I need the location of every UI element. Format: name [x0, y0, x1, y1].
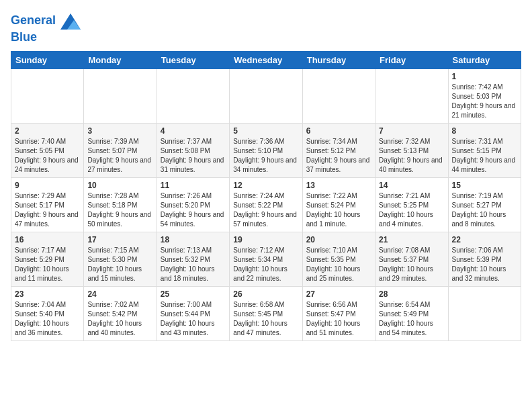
day-info: Sunrise: 7:32 AM Sunset: 5:13 PM Dayligh… [379, 137, 444, 175]
calendar-week-2: 2Sunrise: 7:40 AM Sunset: 5:05 PM Daylig… [11, 123, 521, 177]
day-number: 16 [15, 235, 80, 244]
calendar-body: 1Sunrise: 7:42 AM Sunset: 5:03 PM Daylig… [11, 68, 521, 340]
day-number: 19 [233, 235, 298, 244]
calendar-cell: 22Sunrise: 7:06 AM Sunset: 5:39 PM Dayli… [448, 232, 521, 286]
day-info: Sunrise: 7:02 AM Sunset: 5:42 PM Dayligh… [87, 300, 152, 338]
calendar-cell: 17Sunrise: 7:15 AM Sunset: 5:30 PM Dayli… [84, 232, 157, 286]
calendar-cell: 26Sunrise: 6:58 AM Sunset: 5:45 PM Dayli… [230, 286, 302, 340]
calendar-cell: 18Sunrise: 7:13 AM Sunset: 5:32 PM Dayli… [157, 232, 229, 286]
day-number: 4 [161, 126, 226, 136]
page-header: General Blue [11, 11, 521, 44]
day-number: 22 [452, 235, 517, 244]
calendar-cell: 20Sunrise: 7:10 AM Sunset: 5:35 PM Dayli… [302, 232, 375, 286]
calendar-cell [84, 68, 157, 123]
calendar-cell: 16Sunrise: 7:17 AM Sunset: 5:29 PM Dayli… [11, 232, 84, 286]
calendar-week-4: 16Sunrise: 7:17 AM Sunset: 5:29 PM Dayli… [11, 232, 521, 286]
calendar-table: SundayMondayTuesdayWednesdayThursdayFrid… [11, 51, 521, 341]
day-number: 12 [233, 181, 298, 190]
calendar-week-3: 9Sunrise: 7:29 AM Sunset: 5:17 PM Daylig… [11, 177, 521, 232]
day-number: 3 [87, 126, 152, 136]
day-info: Sunrise: 7:15 AM Sunset: 5:30 PM Dayligh… [87, 246, 152, 283]
day-number: 6 [306, 126, 371, 136]
day-info: Sunrise: 7:00 AM Sunset: 5:44 PM Dayligh… [161, 300, 226, 338]
day-number: 18 [161, 235, 226, 244]
calendar-cell [302, 68, 375, 123]
calendar-cell: 6Sunrise: 7:34 AM Sunset: 5:12 PM Daylig… [302, 123, 375, 177]
calendar-cell: 27Sunrise: 6:56 AM Sunset: 5:47 PM Dayli… [302, 286, 375, 340]
day-number: 7 [379, 126, 444, 136]
calendar-cell [230, 68, 302, 123]
day-number: 23 [15, 289, 80, 299]
calendar-cell: 4Sunrise: 7:37 AM Sunset: 5:08 PM Daylig… [157, 123, 229, 177]
day-info: Sunrise: 7:12 AM Sunset: 5:34 PM Dayligh… [233, 246, 298, 283]
day-info: Sunrise: 6:56 AM Sunset: 5:47 PM Dayligh… [306, 300, 371, 338]
weekday-header-wednesday: Wednesday [230, 51, 302, 68]
day-number: 9 [15, 181, 80, 190]
day-info: Sunrise: 7:17 AM Sunset: 5:29 PM Dayligh… [15, 246, 80, 283]
calendar-cell: 2Sunrise: 7:40 AM Sunset: 5:05 PM Daylig… [11, 123, 84, 177]
calendar-cell [448, 286, 521, 340]
calendar-cell: 23Sunrise: 7:04 AM Sunset: 5:40 PM Dayli… [11, 286, 84, 340]
weekday-header-friday: Friday [375, 51, 448, 68]
day-info: Sunrise: 7:19 AM Sunset: 5:27 PM Dayligh… [452, 191, 517, 229]
day-info: Sunrise: 7:39 AM Sunset: 5:07 PM Dayligh… [87, 137, 152, 175]
calendar-week-5: 23Sunrise: 7:04 AM Sunset: 5:40 PM Dayli… [11, 286, 521, 340]
calendar-cell [11, 68, 84, 123]
day-info: Sunrise: 6:58 AM Sunset: 5:45 PM Dayligh… [233, 300, 298, 338]
day-number: 25 [161, 289, 226, 299]
calendar-cell: 1Sunrise: 7:42 AM Sunset: 5:03 PM Daylig… [448, 68, 521, 123]
weekday-header-tuesday: Tuesday [157, 51, 229, 68]
day-number: 15 [452, 181, 517, 190]
day-number: 14 [379, 181, 444, 190]
day-number: 20 [306, 235, 371, 244]
day-number: 10 [87, 181, 152, 190]
calendar-header-row: SundayMondayTuesdayWednesdayThursdayFrid… [11, 51, 521, 68]
day-info: Sunrise: 7:42 AM Sunset: 5:03 PM Dayligh… [452, 83, 517, 120]
day-number: 5 [233, 126, 298, 136]
calendar-cell: 21Sunrise: 7:08 AM Sunset: 5:37 PM Dayli… [375, 232, 448, 286]
day-info: Sunrise: 7:26 AM Sunset: 5:20 PM Dayligh… [161, 191, 226, 229]
calendar-cell: 3Sunrise: 7:39 AM Sunset: 5:07 PM Daylig… [84, 123, 157, 177]
calendar-cell: 10Sunrise: 7:28 AM Sunset: 5:18 PM Dayli… [84, 177, 157, 232]
day-info: Sunrise: 7:34 AM Sunset: 5:12 PM Dayligh… [306, 137, 371, 175]
day-info: Sunrise: 7:10 AM Sunset: 5:35 PM Dayligh… [306, 246, 371, 283]
day-number: 1 [452, 72, 517, 81]
day-info: Sunrise: 6:54 AM Sunset: 5:49 PM Dayligh… [379, 300, 444, 338]
calendar-cell: 25Sunrise: 7:00 AM Sunset: 5:44 PM Dayli… [157, 286, 229, 340]
logo-blue: Blue [11, 31, 81, 44]
calendar-cell: 5Sunrise: 7:36 AM Sunset: 5:10 PM Daylig… [230, 123, 302, 177]
day-info: Sunrise: 7:31 AM Sunset: 5:15 PM Dayligh… [452, 137, 517, 175]
day-info: Sunrise: 7:22 AM Sunset: 5:24 PM Dayligh… [306, 191, 371, 229]
day-info: Sunrise: 7:24 AM Sunset: 5:22 PM Dayligh… [233, 191, 298, 229]
calendar-cell: 11Sunrise: 7:26 AM Sunset: 5:20 PM Dayli… [157, 177, 229, 232]
day-info: Sunrise: 7:37 AM Sunset: 5:08 PM Dayligh… [161, 137, 226, 175]
calendar-cell [375, 68, 448, 123]
weekday-header-saturday: Saturday [448, 51, 521, 68]
day-number: 26 [233, 289, 298, 299]
weekday-header-thursday: Thursday [302, 51, 375, 68]
day-number: 11 [161, 181, 226, 190]
logo: General Blue [11, 11, 81, 44]
day-number: 8 [452, 126, 517, 136]
day-info: Sunrise: 7:04 AM Sunset: 5:40 PM Dayligh… [15, 300, 80, 338]
day-info: Sunrise: 7:28 AM Sunset: 5:18 PM Dayligh… [87, 191, 152, 229]
calendar-cell: 14Sunrise: 7:21 AM Sunset: 5:25 PM Dayli… [375, 177, 448, 232]
calendar-cell: 13Sunrise: 7:22 AM Sunset: 5:24 PM Dayli… [302, 177, 375, 232]
calendar-week-1: 1Sunrise: 7:42 AM Sunset: 5:03 PM Daylig… [11, 68, 521, 123]
day-number: 2 [15, 126, 80, 136]
calendar-cell: 12Sunrise: 7:24 AM Sunset: 5:22 PM Dayli… [230, 177, 302, 232]
weekday-header-monday: Monday [84, 51, 157, 68]
day-number: 24 [87, 289, 152, 299]
logo-text: General [11, 11, 81, 31]
day-info: Sunrise: 7:36 AM Sunset: 5:10 PM Dayligh… [233, 137, 298, 175]
calendar-cell [157, 68, 229, 123]
day-number: 21 [379, 235, 444, 244]
calendar-cell: 24Sunrise: 7:02 AM Sunset: 5:42 PM Dayli… [84, 286, 157, 340]
weekday-header-sunday: Sunday [11, 51, 84, 68]
calendar-cell: 8Sunrise: 7:31 AM Sunset: 5:15 PM Daylig… [448, 123, 521, 177]
day-number: 13 [306, 181, 371, 190]
day-info: Sunrise: 7:06 AM Sunset: 5:39 PM Dayligh… [452, 246, 517, 283]
day-info: Sunrise: 7:29 AM Sunset: 5:17 PM Dayligh… [15, 191, 80, 229]
day-number: 28 [379, 289, 444, 299]
day-info: Sunrise: 7:08 AM Sunset: 5:37 PM Dayligh… [379, 246, 444, 283]
